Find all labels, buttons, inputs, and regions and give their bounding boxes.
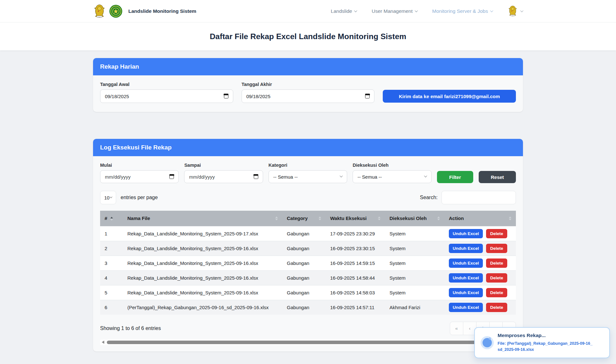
search-input[interactable] [441,191,516,204]
header-waktu-eksekusi[interactable]: Waktu Eksekusi [326,211,385,226]
cell-num: 3 [100,256,123,270]
header-action[interactable]: Action [444,211,516,226]
delete-button[interactable]: Delete [486,258,508,268]
cell-oleh: System [385,241,444,256]
calendar-icon[interactable] [224,94,228,98]
dieksekusi-oleh-select[interactable]: -- Semua -- [353,170,431,183]
header-num[interactable]: # [100,211,123,226]
mulai-date-input[interactable]: mm/dd/yyyy [100,170,179,183]
user-menu[interactable] [508,5,523,17]
brand[interactable]: Landslide Monitoring Sistem [93,4,196,18]
send-email-button[interactable]: Kirim data ke email farizi271099@gmail.c… [383,90,516,103]
nav-item-label: Monitoring Server & Jobs [432,8,488,14]
kategori-value: -- Semua -- [273,174,298,180]
horizontal-scrollbar[interactable] [100,340,516,345]
nav-item-landslide[interactable]: Landslide [331,8,357,14]
sort-icon[interactable] [319,216,321,220]
entries-per-page-select[interactable]: 10 [100,191,116,204]
page-title-bar: Daftar File Rekap Excel Landslide Monito… [0,22,616,50]
nav-item-label: User Management [372,8,413,14]
entries-per-page-value: 10 [104,195,110,200]
chevron-down-icon [354,9,357,12]
chevron-down-icon [340,174,343,177]
unduh-excel-button[interactable]: Unduh Excel [449,258,483,268]
page-title: Daftar File Rekap Excel Landslide Monito… [210,32,406,41]
cell-category: Gabungan [282,256,326,270]
delete-button[interactable]: Delete [486,303,508,312]
unduh-excel-button[interactable]: Unduh Excel [449,303,483,312]
chevron-down-icon [415,9,418,12]
cell-waktu: 16-09-2025 14:58:03 [326,285,385,300]
header-category[interactable]: Category [282,211,326,226]
rekap-harian-card: Rekap Harian Tanggal Awal 09/18/2025 Tan… [93,58,523,112]
header-label: Action [449,216,464,221]
pagination-first-button[interactable]: « [450,322,463,335]
table-row: 3 Rekap_Data_Landslide_Monitoring_System… [100,256,516,270]
sort-icon[interactable] [275,216,278,220]
header-label: Waktu Eksekusi [330,216,367,221]
table-row: 4 Rekap_Data_Landslide_Monitoring_System… [100,270,516,285]
calendar-icon[interactable] [254,174,258,179]
avatar [508,5,518,17]
sort-icon[interactable] [437,216,440,220]
unduh-excel-button[interactable]: Unduh Excel [449,229,483,238]
cell-file: Rekap_Data_Landslide_Monitoring_System_2… [123,256,282,270]
mulai-label: Mulai [100,163,179,168]
delete-button[interactable]: Delete [486,288,508,297]
sampai-date-input[interactable]: mm/dd/yyyy [184,170,263,183]
cell-category: Gabungan [282,241,326,256]
delete-button[interactable]: Delete [486,273,508,283]
cell-category: Gabungan [282,285,326,300]
reset-button[interactable]: Reset [479,171,516,183]
header-dieksekusi-oleh[interactable]: Dieksekusi Oleh [385,211,444,226]
tanggal-awal-input[interactable]: 09/18/2025 [100,89,233,103]
header-label: # [105,216,107,221]
chevron-down-icon [424,174,427,177]
nav-item-label: Landslide [331,8,352,14]
scroll-left-arrow-icon[interactable] [102,341,104,344]
nav-item-user-management[interactable]: User Management [372,8,417,14]
cell-oleh: System [385,226,444,241]
unduh-excel-button[interactable]: Unduh Excel [449,273,483,283]
cell-waktu: 16-09-2025 14:59:15 [326,256,385,270]
table-row: 5 Rekap_Data_Landslide_Monitoring_System… [100,285,516,300]
calendar-icon[interactable] [169,174,174,179]
header-label: Nama File [127,216,150,221]
spinner-icon [483,338,492,347]
table-row: 1 Rekap_Data_Landslide_Monitoring_System… [100,226,516,241]
cell-waktu: 16-09-2025 14:58:44 [326,270,385,285]
cell-oleh: Akhmad Farizi [385,300,444,315]
cell-category: Gabungan [282,300,326,315]
sampai-placeholder: mm/dd/yyyy [189,174,215,180]
sort-icon[interactable] [110,217,113,221]
delete-button[interactable]: Delete [486,244,508,253]
search-label: Search: [420,195,438,200]
sort-icon[interactable] [509,216,511,220]
filter-button[interactable]: Filter [437,171,474,183]
chevron-down-icon [490,9,493,12]
log-eksekusi-card: Log Eksekusi File Rekap Mulai mm/dd/yyyy… [93,139,523,351]
nav-item-monitoring-server-jobs[interactable]: Monitoring Server & Jobs [432,8,493,14]
dieksekusi-oleh-label: Dieksekusi Oleh [353,163,431,168]
unduh-excel-button[interactable]: Unduh Excel [449,288,483,297]
log-table: # Nama File Category Waktu Eksekusi Diek… [100,211,516,315]
scrollbar-thumb[interactable] [107,341,476,344]
header-label: Dieksekusi Oleh [389,216,427,221]
university-crest-logo [93,4,106,18]
cell-file: Rekap_Data_Landslide_Monitoring_System_2… [123,226,282,241]
cell-num: 6 [100,300,123,315]
sort-icon[interactable] [378,216,381,220]
entries-per-page-label: entries per page [121,195,158,200]
table-row: 2 Rekap_Data_Landslide_Monitoring_System… [100,241,516,256]
kategori-select[interactable]: -- Semua -- [269,170,347,183]
cell-oleh: System [385,270,444,285]
green-seal-logo [109,4,123,18]
unduh-excel-button[interactable]: Unduh Excel [449,244,483,253]
tanggal-akhir-value: 09/18/2025 [246,94,270,99]
tanggal-akhir-label: Tanggal Akhir [242,82,375,87]
header-nama-file[interactable]: Nama File [123,211,282,226]
delete-button[interactable]: Delete [486,229,508,238]
calendar-icon[interactable] [365,94,370,98]
toast-message: File: (PerTanggal)_Rekap_Gabungan_2025-0… [498,341,594,353]
tanggal-akhir-input[interactable]: 09/18/2025 [242,89,375,103]
